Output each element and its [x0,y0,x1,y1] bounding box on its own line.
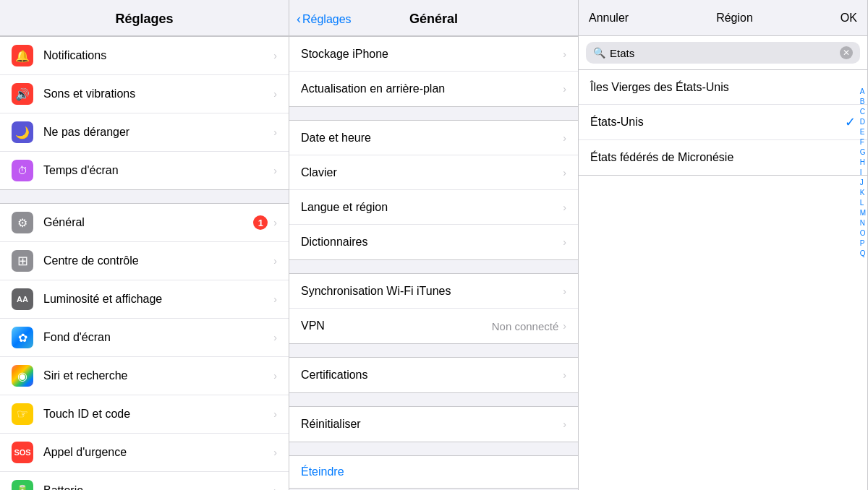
touch-id-chevron: › [273,408,277,420]
general-badge: 1 [253,215,268,230]
general-panel: ‹ Réglages Général Stockage iPhone › Act… [289,0,579,490]
mid-item-langue-region[interactable]: Langue et région › [289,190,578,225]
notifications-chevron: › [273,50,277,61]
left-header: Réglages [0,0,289,36]
fond-ecran-chevron: › [273,332,277,343]
back-label: Réglages [302,13,352,26]
ne-pas-deranger-label: Ne pas déranger [43,126,273,139]
sidebar-item-batterie[interactable]: 🔋 Batterie › [0,472,289,490]
mid-group-4: Certifications › [289,357,578,393]
temps-ecran-label: Temps d'écran [43,164,273,177]
luminosite-icon: AA [12,288,33,310]
settings-panel: Réglages 🔔 Notifications › 🔊 Sons et vib… [0,0,289,490]
sons-icon: 🔊 [12,83,33,105]
region-item-iles-vierges[interactable]: Îles Vierges des États-Unis [579,70,867,105]
sidebar-item-touch-id[interactable]: ☞ Touch ID et code › [0,395,289,434]
sidebar-item-appel-urgence[interactable]: SOS Appel d'urgence › [0,434,289,472]
mid-item-vpn[interactable]: VPN Non connecté › [289,309,578,343]
mid-item-reinitialiser[interactable]: Réinitialiser › [289,407,578,442]
centre-controle-chevron: › [273,255,277,267]
mid-item-date-heure[interactable]: Date et heure › [289,121,578,155]
temps-ecran-chevron: › [273,165,277,176]
mid-group-5: Réinitialiser › [289,406,578,442]
batterie-icon: 🔋 [12,480,33,490]
region-list: Îles Vierges des États-Unis États-Unis ✓… [579,69,867,176]
temps-ecran-icon: ⏱ [12,160,33,181]
notifications-icon: 🔔 [12,45,33,66]
left-title: Réglages [115,12,173,27]
clear-search-button[interactable]: ✕ [840,46,853,59]
centre-controle-icon: ⊞ [12,250,33,272]
sons-chevron: › [273,88,277,100]
mid-item-dictionnaires[interactable]: Dictionnaires › [289,225,578,259]
sidebar-item-general[interactable]: ⚙ Général 1 › [0,204,289,242]
right-title: Région [716,12,753,25]
sidebar-item-centre-controle[interactable]: ⊞ Centre de contrôle › [0,242,289,280]
appel-urgence-label: Appel d'urgence [43,446,273,459]
sidebar-item-sons[interactable]: 🔊 Sons et vibrations › [0,75,289,113]
back-chevron-icon: ‹ [297,12,301,27]
siri-icon: ◉ [12,365,33,387]
sidebar-item-luminosite[interactable]: AA Luminosité et affichage › [0,280,289,319]
ok-button[interactable]: OK [841,12,857,25]
luminosite-label: Luminosité et affichage [43,293,273,306]
luminosite-chevron: › [273,293,277,305]
mid-header: ‹ Réglages Général [289,0,578,36]
centre-controle-label: Centre de contrôle [43,254,273,267]
selected-checkmark-icon: ✓ [845,114,856,130]
ne-pas-deranger-chevron: › [273,126,277,138]
mid-group-3: Synchronisation Wi-Fi iTunes › VPN Non c… [289,273,578,344]
region-item-etats-unis[interactable]: États-Unis ✓ [579,105,867,140]
mid-item-certifications[interactable]: Certifications › [289,358,578,392]
sidebar-item-ne-pas-deranger[interactable]: 🌙 Ne pas déranger › [0,113,289,152]
sidebar-item-fond-ecran[interactable]: ✿ Fond d'écran › [0,319,289,357]
mid-item-stockage[interactable]: Stockage iPhone › [289,37,578,72]
mid-group-1: Stockage iPhone › Actualisation en arriè… [289,36,578,107]
touch-id-label: Touch ID et code [43,408,273,421]
sidebar-item-siri[interactable]: ◉ Siri et recherche › [0,357,289,395]
left-scroll: 🔔 Notifications › 🔊 Sons et vibrations ›… [0,36,289,490]
sidebar-item-notifications[interactable]: 🔔 Notifications › [0,37,289,75]
siri-label: Siri et recherche [43,369,273,382]
ne-pas-deranger-icon: 🌙 [12,121,33,143]
general-chevron: › [273,217,277,228]
mid-item-actualisation[interactable]: Actualisation en arrière-plan › [289,72,578,106]
appel-urgence-icon: SOS [12,442,33,463]
sidebar-item-temps-ecran[interactable]: ⏱ Temps d'écran › [0,152,289,189]
search-input[interactable] [610,47,835,59]
alphabet-sidebar: A B C D E F G H I J K L M N O P Q [860,87,866,258]
back-button[interactable]: ‹ Réglages [297,12,352,27]
right-header: Annuler Région OK [579,0,867,36]
left-group-2: ⚙ Général 1 › ⊞ Centre de contrôle › AA … [0,203,289,490]
batterie-chevron: › [273,485,277,490]
general-icon: ⚙ [12,212,33,233]
fond-ecran-icon: ✿ [12,327,33,348]
mid-item-synchro-wifi[interactable]: Synchronisation Wi-Fi iTunes › [289,274,578,309]
region-panel: Annuler Région OK 🔍 ✕ Îles Vierges des É… [579,0,868,490]
sons-label: Sons et vibrations [43,87,273,100]
mid-item-clavier[interactable]: Clavier › [289,155,578,190]
left-group-1: 🔔 Notifications › 🔊 Sons et vibrations ›… [0,36,289,190]
mid-link-eteindre[interactable]: Éteindre [289,456,578,488]
mid-title: Général [409,12,458,27]
siri-chevron: › [273,370,277,382]
mid-group-2: Date et heure › Clavier › Langue et régi… [289,120,578,260]
general-label: Général [43,216,253,229]
appel-urgence-chevron: › [273,447,277,458]
notifications-label: Notifications [43,49,273,62]
region-item-etats-federes[interactable]: États fédérés de Micronésie [579,140,867,175]
mid-link-section: Éteindre [289,455,578,489]
cancel-button[interactable]: Annuler [589,12,629,25]
search-bar: 🔍 ✕ [586,42,860,64]
fond-ecran-label: Fond d'écran [43,331,273,344]
eteindre-label: Éteindre [301,465,344,478]
search-icon: 🔍 [593,47,605,59]
mid-scroll: Stockage iPhone › Actualisation en arriè… [289,36,578,490]
batterie-label: Batterie [43,484,273,490]
touch-id-icon: ☞ [12,403,33,425]
